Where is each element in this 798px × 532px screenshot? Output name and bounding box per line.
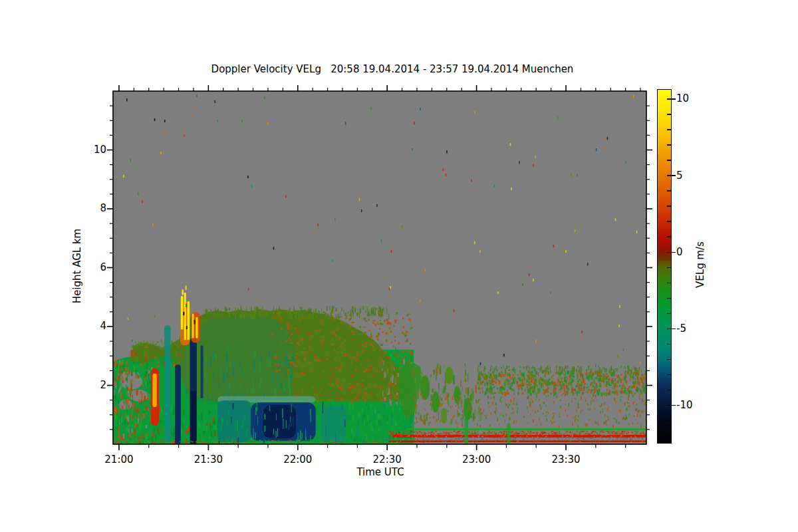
velocity-region	[201, 345, 203, 398]
velocity-region	[181, 296, 184, 329]
colorbar-minor-tick	[667, 344, 671, 344]
colorbar-minor-tick	[667, 252, 671, 253]
y-tick-label: 10	[66, 144, 106, 156]
heatmap-content	[113, 91, 648, 453]
colorbar-minor-tick	[667, 190, 671, 191]
colorbar-minor-tick	[667, 298, 671, 299]
colorbar-minor-tick	[667, 129, 671, 130]
colorbar-minor-tick	[667, 359, 671, 360]
velocity-region	[454, 386, 460, 404]
velocity-region	[445, 366, 454, 384]
x-tick-label: 22:30	[364, 454, 410, 466]
velocity-region	[465, 418, 469, 444]
colorbar-minor-tick	[667, 374, 671, 375]
colorbar-major-tick	[672, 252, 676, 253]
colorbar-minor-tick	[667, 329, 671, 329]
velocity-region	[392, 435, 646, 438]
velocity-region	[186, 304, 187, 307]
heatmap-canvas	[100, 78, 660, 458]
colorbar-minor-tick	[667, 390, 671, 390]
colorbar-major-tick	[672, 329, 676, 329]
colorbar-tick-label: -10	[676, 399, 706, 411]
velocity-region	[406, 428, 646, 430]
x-axis-label: Time UTC	[114, 466, 647, 478]
velocity-region	[187, 301, 190, 340]
velocity-region	[184, 293, 186, 340]
colorbar-minor-tick	[667, 405, 671, 406]
colorbar-minor-tick	[667, 98, 671, 99]
colorbar-minor-tick	[667, 160, 671, 160]
colorbar-minor-tick	[667, 283, 671, 283]
velocity-region	[192, 314, 194, 338]
y-tick-label: 4	[66, 320, 106, 332]
colorbar-minor-tick	[667, 436, 671, 436]
doppler-velocity-figure: Doppler Velocity VELg 20:58 19.04.2014 -…	[0, 0, 798, 532]
colorbar-tick-label: 10	[676, 92, 706, 104]
y-tick-label: 2	[66, 379, 106, 391]
velocity-region	[420, 375, 430, 400]
velocity-region	[152, 374, 156, 407]
x-tick-label: 23:30	[543, 454, 589, 466]
velocity-region	[164, 325, 171, 444]
colorbar-minor-tick	[667, 267, 671, 268]
colorbar-major-tick	[672, 175, 676, 176]
velocity-region	[194, 320, 196, 324]
velocity-region	[464, 398, 472, 420]
y-tick-label: 6	[66, 261, 106, 273]
y-tick-label: 8	[66, 202, 106, 214]
colorbar-major-tick	[672, 98, 676, 99]
velocity-region	[191, 391, 196, 444]
velocity-region	[183, 312, 184, 315]
colorbar-minor-tick	[667, 221, 671, 221]
colorbar-minor-tick	[667, 313, 671, 314]
velocity-region	[507, 423, 511, 444]
colorbar-tick-label: 5	[676, 170, 706, 182]
x-tick-label: 22:00	[275, 454, 321, 466]
colorbar-minor-tick	[667, 114, 671, 114]
colorbar-label: VELg m/s	[694, 225, 706, 305]
x-tick-label: 23:00	[454, 454, 500, 466]
velocity-region	[186, 286, 187, 290]
colorbar-minor-tick	[667, 144, 671, 145]
colorbar-minor-tick	[667, 205, 671, 206]
x-tick-label: 21:00	[96, 454, 142, 466]
velocity-region	[175, 365, 181, 444]
x-tick-label: 21:30	[185, 454, 231, 466]
colorbar-minor-tick	[667, 236, 671, 237]
velocity-region	[440, 408, 447, 424]
plot-title: Doppler Velocity VELg 20:58 19.04.2014 -…	[113, 63, 672, 75]
velocity-region	[186, 326, 188, 329]
velocity-region	[196, 317, 198, 338]
colorbar-minor-tick	[667, 420, 671, 421]
colorbar-tick-label: -5	[676, 323, 706, 334]
velocity-region	[432, 391, 440, 412]
colorbar-minor-tick	[667, 175, 671, 176]
colorbar-major-tick	[672, 405, 676, 406]
velocity-region	[182, 289, 183, 295]
